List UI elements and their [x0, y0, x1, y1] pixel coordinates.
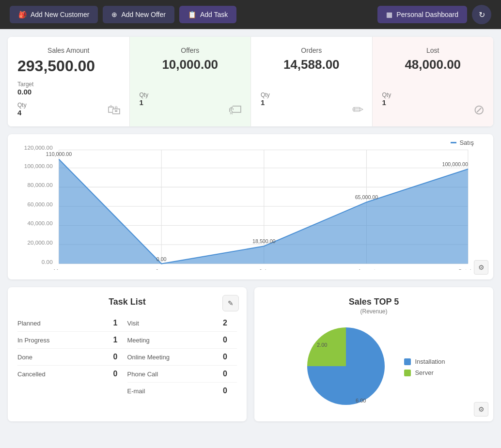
- svg-text:20,000.00: 20,000.00: [27, 239, 53, 246]
- task-inprogress-label: In Progress: [17, 337, 49, 344]
- pie-chart-svg: 2.00 6.00: [302, 323, 390, 410]
- add-customer-button[interactable]: 🎒 Add New Customer: [10, 6, 98, 23]
- task-visit-value: 2: [223, 319, 237, 327]
- lost-card: Lost 48,000.00 Qty 1 ⊘: [372, 37, 494, 126]
- personal-dashboard-button[interactable]: ▦ Personal Dashboard: [377, 6, 467, 23]
- customer-icon: 🎒: [18, 11, 27, 18]
- legend-installation-color: [404, 358, 411, 365]
- svg-text:120,000.00: 120,000.00: [24, 144, 53, 151]
- offer-icon: ⊕: [111, 11, 117, 18]
- legend-server-label: Server: [415, 369, 433, 376]
- refresh-button[interactable]: ↻: [472, 5, 491, 24]
- svg-text:0.00: 0.00: [157, 256, 167, 262]
- chart-legend-dot: [451, 142, 456, 143]
- svg-text:100,000.00: 100,000.00: [442, 161, 468, 167]
- gear-icon: ⚙: [478, 263, 485, 271]
- task-planned-value: 1: [113, 319, 127, 327]
- task-email-value: 0: [223, 386, 237, 395]
- sales-icon: 🛍: [107, 102, 121, 118]
- task-online-meeting-label: Online Meeting: [127, 354, 170, 361]
- task-done-label: Done: [17, 354, 32, 361]
- chart-section: Satış 0.00 20,000.00 40,000.00 60,000.00…: [8, 134, 493, 279]
- svg-text:110,000.00: 110,000.00: [46, 151, 72, 157]
- task-online-meeting-value: 0: [223, 353, 237, 361]
- bottom-row: Task List ✎ Planned 1 In Progress 1 Done…: [8, 287, 493, 421]
- task-done-value: 0: [113, 353, 127, 361]
- legend-installation: Installation: [404, 358, 445, 365]
- sales-top-title: Sales TOP 5: [264, 297, 484, 307]
- offers-card: Offers 10,000.00 Qty 1 🏷: [129, 37, 251, 126]
- sales-top-gear-button[interactable]: ⚙: [474, 402, 488, 417]
- task-phone-value: 0: [223, 370, 237, 378]
- task-planned-label: Planned: [17, 320, 41, 327]
- task-inprogress-row: In Progress 1: [17, 332, 127, 349]
- add-task-button[interactable]: 📋 Add Task: [179, 6, 236, 23]
- personal-dashboard-label: Personal Dashboard: [396, 11, 458, 18]
- edit-icon: ✎: [228, 299, 234, 307]
- legend-installation-label: Installation: [415, 358, 445, 365]
- add-task-label: Add Task: [200, 11, 228, 18]
- lost-qty-label: Qty: [382, 92, 484, 98]
- task-visit-row: Visit 2: [127, 315, 237, 332]
- orders-card: Orders 14,588.00 Qty 1 ✏: [250, 37, 372, 126]
- orders-label: Orders: [261, 46, 362, 54]
- task-email-label: E-mail: [127, 387, 145, 395]
- sales-value: 293,500.00: [17, 57, 120, 75]
- task-list-title: Task List: [17, 297, 237, 307]
- task-meeting-label: Meeting: [127, 337, 150, 344]
- sales-amount-card: Sales Amount 293,500.00 Target 0.00 Qty …: [8, 37, 129, 126]
- task-phone-row: Phone Call 0: [127, 366, 237, 383]
- svg-text:18,500.00: 18,500.00: [252, 238, 276, 244]
- svg-text:60,000.00: 60,000.00: [27, 201, 53, 207]
- task-inprogress-value: 1: [113, 336, 127, 344]
- task-planned-row: Planned 1: [17, 315, 127, 332]
- task-email-row: E-mail 0: [127, 383, 237, 399]
- task-online-meeting-row: Online Meeting 0: [127, 349, 237, 366]
- offers-value: 10,000.00: [140, 57, 241, 72]
- sales-qty-label: Qty: [17, 102, 120, 108]
- refresh-icon: ↻: [479, 10, 485, 19]
- task-list-card: Task List ✎ Planned 1 In Progress 1 Done…: [8, 287, 247, 421]
- task-cancelled-row: Cancelled 0: [17, 366, 127, 382]
- svg-text:0.00: 0.00: [42, 259, 53, 265]
- svg-text:June: June: [155, 268, 168, 270]
- sales-gear-icon: ⚙: [478, 405, 485, 413]
- add-offer-label: Add New Offer: [121, 11, 166, 18]
- sales-target-value: 0.00: [17, 88, 120, 96]
- task-meeting-row: Meeting 0: [127, 332, 237, 349]
- svg-text:July: July: [259, 268, 269, 270]
- task-icon: 📋: [188, 11, 196, 18]
- legend-server: Server: [404, 369, 445, 376]
- offers-qty-label: Qty: [140, 92, 241, 98]
- sales-top-card: Sales TOP 5 (Revenue) 2.00 6.00: [254, 287, 493, 421]
- chart-container: 0.00 20,000.00 40,000.00 60,000.00 80,00…: [17, 144, 484, 270]
- offers-tag-icon: 🏷: [228, 102, 242, 118]
- stats-row: Sales Amount 293,500.00 Target 0.00 Qty …: [8, 37, 493, 126]
- task-phone-label: Phone Call: [127, 371, 158, 378]
- sales-target-label: Target: [17, 81, 120, 88]
- add-offer-button[interactable]: ⊕ Add New Offer: [103, 6, 174, 23]
- lost-ban-icon: ⊘: [473, 102, 485, 118]
- task-visit-label: Visit: [127, 320, 139, 327]
- pie-legend: Installation Server: [404, 358, 445, 376]
- legend-server-color: [404, 370, 411, 376]
- offers-label: Offers: [140, 46, 241, 54]
- task-edit-button[interactable]: ✎: [222, 295, 239, 311]
- orders-qty-label: Qty: [261, 92, 362, 98]
- orders-qty-value: 1: [261, 98, 362, 107]
- task-type-col: Visit 2 Meeting 0 Online Meeting 0 Phone…: [127, 315, 237, 399]
- chart-gear-button[interactable]: ⚙: [474, 260, 488, 275]
- top-bar: 🎒 Add New Customer ⊕ Add New Offer 📋 Add…: [0, 0, 501, 29]
- svg-text:65,000.00: 65,000.00: [355, 194, 378, 200]
- svg-text:2.00: 2.00: [317, 342, 327, 348]
- svg-marker-24: [59, 159, 468, 264]
- dashboard-icon: ▦: [386, 11, 392, 18]
- line-chart-svg: 0.00 20,000.00 40,000.00 60,000.00 80,00…: [17, 144, 484, 270]
- sales-top-subtitle: (Revenue): [264, 308, 484, 315]
- task-status-col: Planned 1 In Progress 1 Done 0 Cancelled…: [17, 315, 127, 399]
- sales-qty-value: 4: [17, 108, 120, 117]
- svg-text:6.00: 6.00: [356, 398, 366, 403]
- svg-text:80,000.00: 80,000.00: [27, 182, 53, 188]
- add-customer-label: Add New Customer: [31, 11, 89, 18]
- lost-value: 48,000.00: [382, 57, 484, 72]
